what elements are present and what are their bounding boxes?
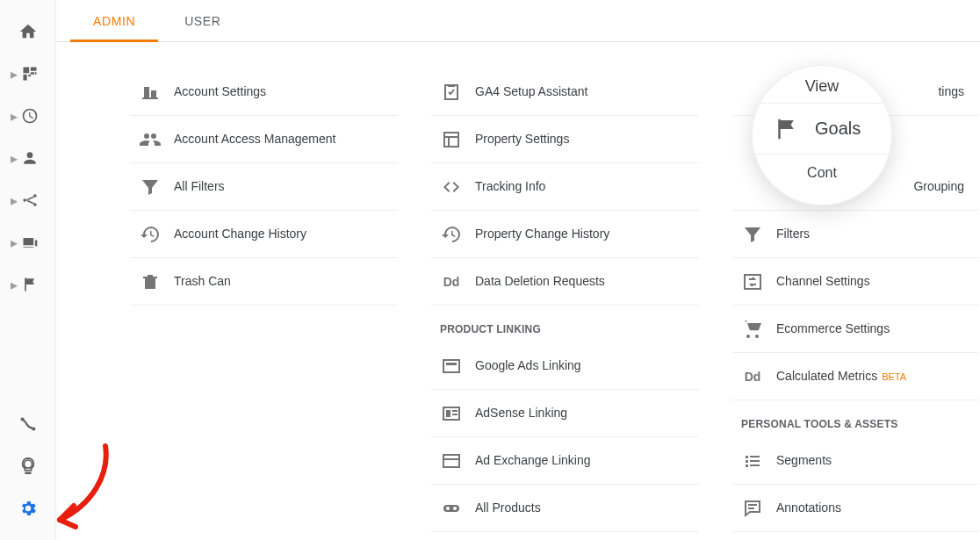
svg-point-1 bbox=[33, 194, 37, 198]
screens-icon bbox=[19, 232, 40, 253]
row-label: Account Settings bbox=[174, 83, 266, 100]
segments-icon bbox=[741, 450, 764, 472]
cart-icon bbox=[741, 318, 764, 341]
row-all-filters[interactable]: All Filters bbox=[130, 163, 398, 211]
row-all-products[interactable]: All Products bbox=[431, 485, 699, 532]
row-calculated-metrics[interactable]: Dd Calculated MetricsBETA bbox=[732, 353, 978, 400]
row-annotations[interactable]: Annotations bbox=[732, 485, 978, 532]
row-tracking-info[interactable]: Tracking Info bbox=[431, 163, 699, 211]
sidebar-realtime[interactable]: ▸ bbox=[0, 95, 55, 137]
svg-point-0 bbox=[23, 198, 26, 202]
dd-icon: Dd bbox=[741, 365, 764, 388]
row-account-settings[interactable]: Account Settings bbox=[130, 68, 398, 116]
row-label: All Filters bbox=[174, 178, 225, 195]
row-label: Property Settings bbox=[475, 131, 569, 148]
person-icon bbox=[19, 148, 40, 169]
magnifier-overlay: View Goals Cont bbox=[752, 65, 892, 205]
svg-rect-12 bbox=[443, 505, 459, 512]
sidebar-audience[interactable]: ▸ bbox=[0, 137, 55, 179]
row-segments[interactable]: Segments bbox=[732, 437, 978, 485]
sidebar-attribution[interactable] bbox=[0, 403, 55, 445]
svg-rect-5 bbox=[443, 360, 459, 372]
layout-icon bbox=[440, 128, 463, 151]
row-trash-can[interactable]: Trash Can bbox=[130, 258, 398, 306]
row-label: Ad Exchange Linking bbox=[475, 452, 591, 469]
row-label: Tracking Info bbox=[475, 178, 545, 195]
row-label: Calculated MetricsBETA bbox=[776, 368, 906, 385]
row-label: Trash Can bbox=[174, 273, 231, 290]
history-icon bbox=[440, 223, 463, 246]
magnifier-goals-label: Goals bbox=[815, 119, 861, 139]
svg-point-14 bbox=[453, 507, 457, 510]
history-icon bbox=[139, 223, 162, 246]
dashboard-icon bbox=[19, 63, 40, 84]
dd-icon: Dd bbox=[440, 270, 463, 293]
magnifier-cont-label: Cont bbox=[752, 155, 892, 181]
row-label: Segments bbox=[776, 452, 832, 469]
path-icon bbox=[18, 414, 39, 435]
link-icon bbox=[440, 497, 463, 520]
row-label: Account Change History bbox=[174, 226, 306, 242]
sidebar-home[interactable] bbox=[0, 11, 55, 53]
row-label: Property Change History bbox=[475, 226, 609, 242]
row-label: All Products bbox=[475, 500, 541, 516]
group-icon bbox=[139, 128, 162, 151]
row-label: Ecommerce Settings bbox=[776, 320, 890, 337]
svg-rect-11 bbox=[443, 455, 459, 467]
left-sidebar: ▸ ▸ ▸ ▸ ▸ bbox=[0, 0, 56, 540]
caret-right-icon: ▸ bbox=[11, 281, 18, 288]
tabs-bar: ADMIN USER bbox=[56, 0, 980, 42]
row-account-history[interactable]: Account Change History bbox=[130, 211, 398, 258]
sidebar-customization[interactable]: ▸ bbox=[0, 53, 55, 95]
checklist-icon bbox=[440, 81, 463, 104]
svg-rect-9 bbox=[452, 410, 458, 412]
row-label: Channel Settings bbox=[776, 273, 870, 290]
home-icon bbox=[18, 21, 39, 42]
funnel-icon bbox=[741, 223, 764, 246]
caret-right-icon: ▸ bbox=[11, 70, 18, 77]
svg-rect-15 bbox=[745, 275, 760, 289]
column-account: Account Settings Account Access Manageme… bbox=[130, 68, 398, 540]
row-label: GA4 Setup Assistant bbox=[475, 83, 587, 100]
trash-icon bbox=[139, 270, 162, 293]
svg-point-13 bbox=[446, 507, 450, 510]
row-ecommerce-settings[interactable]: Ecommerce Settings bbox=[732, 306, 978, 353]
sidebar-behavior[interactable]: ▸ bbox=[0, 221, 55, 263]
svg-rect-6 bbox=[446, 363, 457, 365]
beta-badge: BETA bbox=[882, 371, 906, 382]
sidebar-acquisition[interactable]: ▸ bbox=[0, 179, 55, 221]
row-adsense-linking[interactable]: AdSense Linking bbox=[431, 390, 699, 437]
code-icon bbox=[440, 176, 463, 198]
lightbulb-icon bbox=[18, 456, 39, 477]
row-adexchange-linking[interactable]: Ad Exchange Linking bbox=[431, 437, 699, 485]
column-property: GA4 Setup Assistant Property Settings Tr… bbox=[431, 68, 699, 540]
row-label: tings bbox=[938, 83, 969, 100]
tab-user[interactable]: USER bbox=[184, 0, 220, 41]
row-property-history[interactable]: Property Change History bbox=[431, 211, 699, 258]
row-label: Data Deletion Requests bbox=[475, 273, 605, 290]
clock-icon bbox=[19, 105, 40, 126]
svg-point-2 bbox=[33, 203, 37, 206]
row-google-ads-linking[interactable]: Google Ads Linking bbox=[431, 342, 699, 390]
row-data-deletion[interactable]: Dd Data Deletion Requests bbox=[431, 258, 699, 306]
sidebar-conversions[interactable]: ▸ bbox=[0, 263, 55, 306]
tab-admin[interactable]: ADMIN bbox=[93, 0, 135, 41]
branch-icon bbox=[19, 190, 40, 211]
caret-right-icon: ▸ bbox=[11, 239, 18, 246]
panel3-icon bbox=[440, 450, 463, 472]
sidebar-discover[interactable] bbox=[0, 445, 55, 487]
section-personal-tools: PERSONAL TOOLS & ASSETS bbox=[732, 400, 978, 437]
flag-icon bbox=[19, 274, 40, 295]
row-label: Google Ads Linking bbox=[475, 357, 581, 374]
row-ga4-assistant[interactable]: GA4 Setup Assistant bbox=[431, 68, 699, 116]
row-property-settings[interactable]: Property Settings bbox=[431, 116, 699, 163]
row-label: Account Access Management bbox=[174, 131, 335, 148]
swap-icon bbox=[741, 270, 764, 293]
row-channel-settings[interactable]: Channel Settings bbox=[732, 258, 978, 306]
sidebar-admin-gear[interactable] bbox=[0, 487, 55, 529]
row-filters[interactable]: Filters bbox=[732, 211, 978, 258]
svg-rect-10 bbox=[452, 414, 458, 415]
row-label: Filters bbox=[776, 226, 810, 242]
row-account-access[interactable]: Account Access Management bbox=[130, 116, 398, 163]
row-label: Annotations bbox=[776, 500, 841, 516]
